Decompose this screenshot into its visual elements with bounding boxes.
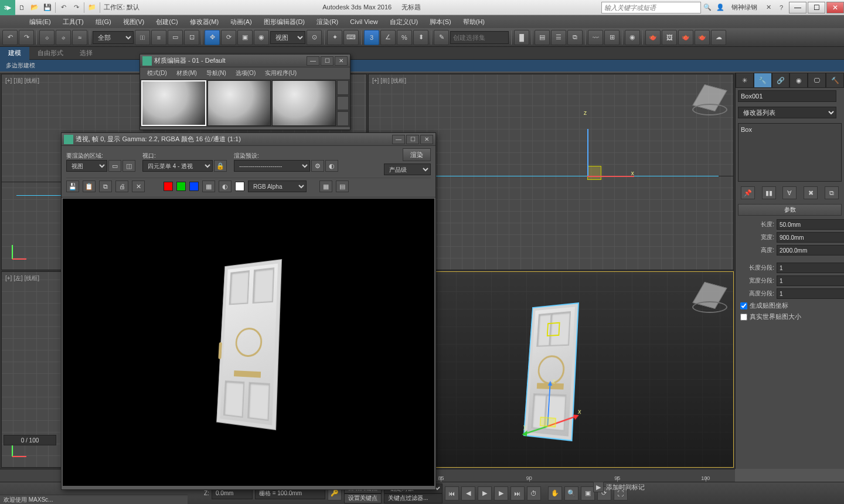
edit-region-icon[interactable]: ▭	[108, 160, 121, 172]
add-time-tag-label[interactable]: 添加时间标记	[606, 483, 645, 492]
time-config-icon[interactable]: ⏱	[527, 486, 541, 500]
snap-toggle-button[interactable]: 3	[364, 30, 379, 45]
infocenter-icon[interactable]: 🔍	[701, 1, 714, 14]
blue-channel-icon[interactable]	[189, 182, 199, 191]
ribbon-tab-selection[interactable]: 选择	[72, 47, 101, 60]
save-image-icon[interactable]: 💾	[66, 181, 79, 192]
ribbon-tab-freeform[interactable]: 自由形式	[29, 47, 72, 60]
save-icon[interactable]: 💾	[41, 1, 54, 14]
rollout-parameters[interactable]: 参数	[738, 204, 842, 216]
configure-sets-icon[interactable]: ⧉	[825, 186, 839, 199]
height-input[interactable]	[777, 245, 844, 256]
prev-frame-icon[interactable]: ◀	[461, 486, 475, 500]
select-object-button[interactable]: ▭⃕	[135, 30, 150, 45]
minimize-button[interactable]: —	[392, 135, 405, 144]
width-segs-input[interactable]	[777, 275, 844, 286]
remove-modifier-icon[interactable]: ✖	[804, 186, 818, 199]
zoom-icon[interactable]: 🔍	[564, 486, 578, 500]
workspace-label[interactable]: 工作区: 默认	[104, 3, 139, 12]
maximize-button[interactable]: ☐	[406, 135, 419, 144]
render-button[interactable]: 渲染	[403, 148, 431, 161]
pan-view-icon[interactable]: ✋	[548, 486, 562, 500]
layer-explorer-button[interactable]: ⧉	[567, 30, 583, 45]
material-slot[interactable]	[207, 80, 271, 126]
render-production-button[interactable]: 🫖	[678, 30, 693, 45]
mat-menu-material[interactable]: 材质(M)	[172, 69, 202, 77]
new-icon[interactable]: 🗋	[15, 1, 28, 14]
toggle-overlay-icon[interactable]: ▦	[319, 181, 332, 192]
close-button[interactable]: ✕	[335, 56, 348, 66]
render-viewport-select[interactable]: 四元菜单 4 - 透视	[142, 160, 213, 172]
menu-customize[interactable]: 自定义(U)	[384, 15, 424, 28]
viewcube[interactable]	[692, 278, 727, 313]
background-icon[interactable]	[337, 111, 349, 126]
project-icon[interactable]: 📁	[86, 1, 98, 14]
minimize-button[interactable]: —	[307, 56, 319, 66]
motion-tab-icon[interactable]: ◉	[789, 73, 808, 88]
render-setup-button[interactable]: 🫖	[645, 30, 661, 45]
schematic-view-button[interactable]: ⊞	[604, 30, 620, 45]
mirror-button[interactable]: ▐▌	[514, 30, 529, 45]
channel-select[interactable]: RGB Alpha	[248, 181, 307, 192]
pivot-center-button[interactable]: ⊙	[307, 30, 322, 45]
realworld-checkbox[interactable]	[740, 314, 747, 321]
percent-snap-button[interactable]: %	[397, 30, 412, 45]
help-search-input[interactable]	[601, 2, 701, 13]
backlight-icon[interactable]	[337, 96, 349, 111]
goto-start-icon[interactable]: ⏮	[445, 486, 459, 500]
color-swatch[interactable]	[235, 182, 244, 191]
gen-mapping-checkbox[interactable]	[740, 302, 747, 309]
help-icon[interactable]: ?	[775, 1, 788, 14]
edit-named-sel-button[interactable]: ✎	[434, 30, 449, 45]
print-icon[interactable]: 🖨	[115, 181, 128, 192]
show-end-result-icon[interactable]: ▮▮	[762, 186, 776, 199]
select-by-name-button[interactable]: ≡	[151, 30, 166, 45]
green-channel-icon[interactable]	[176, 182, 186, 191]
rotate-button[interactable]: ⟳	[221, 30, 236, 45]
display-tab-icon[interactable]: 🖵	[808, 73, 826, 88]
viewport-label[interactable]: [+] [顶] [线框]	[5, 77, 39, 85]
menu-grapheditors[interactable]: 图形编辑器(D)	[258, 15, 311, 28]
height-segs-input[interactable]	[777, 288, 844, 299]
menu-edit[interactable]: 编辑(E)	[23, 15, 57, 28]
rect-region-button[interactable]: ▭	[168, 30, 183, 45]
unlink-button[interactable]: ⟐̸	[56, 30, 71, 45]
menu-civilview[interactable]: Civil View	[344, 15, 383, 28]
clone-frame-icon[interactable]: ⧉	[99, 181, 112, 192]
make-unique-icon[interactable]: ∀	[782, 186, 797, 199]
key-filters-button[interactable]: 关键点过滤器...	[384, 493, 443, 503]
rendered-frame-window[interactable]: 透视, 帧 0, 显示 Gamma: 2.2, RGBA 颜色 16 位/通道 …	[61, 132, 436, 490]
render-in-cloud-button[interactable]: ☁	[711, 30, 726, 45]
render-mode-select[interactable]: 产品级	[384, 164, 431, 175]
refcoord-select[interactable]: 视图	[270, 31, 305, 44]
render-area-select[interactable]: 视图	[66, 160, 107, 172]
alpha-channel-icon[interactable]: ▦	[202, 181, 215, 192]
toggle-ui-icon[interactable]: ▤	[336, 181, 349, 192]
angle-snap-button[interactable]: ∠	[380, 30, 396, 45]
named-selection-input[interactable]	[450, 31, 509, 44]
align-button[interactable]: ▤	[535, 30, 550, 45]
mat-menu-options[interactable]: 选项(O)	[231, 69, 260, 77]
length-segs-input[interactable]	[777, 263, 844, 273]
maxscript-listener[interactable]: 欢迎使用 MAXSc...	[0, 495, 188, 504]
render-iterative-button[interactable]: 🫖	[695, 30, 710, 45]
material-slot[interactable]	[272, 80, 336, 126]
open-icon[interactable]: 📂	[28, 1, 41, 14]
user-name[interactable]: 钢神绿钢	[731, 3, 757, 12]
manipulate-button[interactable]: ✦	[327, 30, 342, 45]
environment-icon[interactable]: ◐	[325, 160, 338, 172]
minimize-button[interactable]: —	[789, 2, 806, 13]
sample-type-icon[interactable]	[337, 80, 349, 95]
placement-button[interactable]: ◉	[254, 30, 269, 45]
mat-menu-navigation[interactable]: 导航(N)	[202, 69, 231, 77]
viewcube[interactable]	[692, 80, 727, 115]
material-editor-button[interactable]: ◉	[625, 30, 640, 45]
set-key-button[interactable]: 设置关键点	[344, 493, 382, 503]
play-icon[interactable]: ▶	[478, 486, 492, 500]
modify-tab-icon[interactable]: 🔧	[754, 73, 772, 88]
pin-stack-icon[interactable]: 📌	[741, 186, 755, 199]
width-input[interactable]	[777, 232, 844, 243]
menu-maxscript[interactable]: 脚本(S)	[424, 15, 457, 28]
menu-animation[interactable]: 动画(A)	[224, 15, 258, 28]
utilities-tab-icon[interactable]: 🔨	[826, 73, 844, 88]
